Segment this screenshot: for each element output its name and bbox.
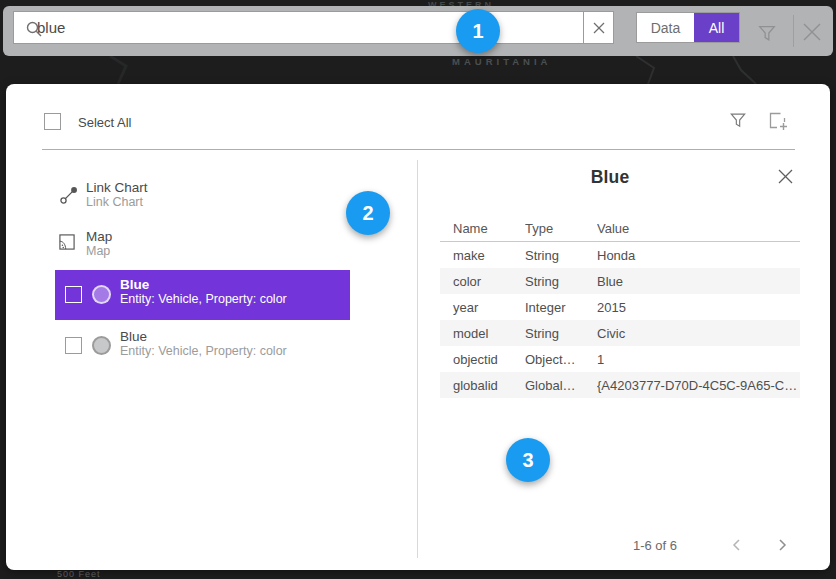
clear-search-button[interactable] [583, 11, 614, 44]
list-item-subtitle: Map [86, 244, 110, 259]
cell-name: make [440, 248, 525, 263]
results-filter-button[interactable] [728, 110, 748, 130]
cell-type: Object… [525, 352, 597, 367]
step-badge-1: 1 [456, 9, 500, 53]
column-header-type: Type [525, 221, 597, 236]
link-chart-icon [58, 184, 80, 206]
step-badge-2: 2 [346, 191, 390, 235]
cell-value: Honda [597, 248, 800, 263]
list-item-title: Link Chart [86, 180, 148, 195]
list-item-title: Blue [120, 329, 147, 344]
list-details-divider [417, 160, 418, 558]
cell-value: 2015 [597, 300, 800, 315]
close-icon [592, 21, 606, 35]
topbar-divider [793, 15, 794, 47]
funnel-icon [756, 22, 778, 44]
screen: WESTERN MAURITANIA 500 Feet blue Data Al… [0, 0, 836, 579]
list-item-subtitle: Entity: Vehicle, Property: color [120, 292, 287, 307]
select-all-checkbox[interactable] [44, 113, 61, 130]
point-symbol-icon [92, 285, 111, 304]
cell-type: String [525, 248, 597, 263]
item-checkbox[interactable] [65, 337, 82, 354]
search-results-panel: Select All Link Chart Link Chart [6, 84, 830, 570]
details-title: Blue [440, 167, 780, 188]
table-row: year Integer 2015 [440, 294, 800, 320]
table-row: objectid Object… 1 [440, 346, 800, 372]
column-header-name: Name [440, 221, 525, 236]
cell-value: {A4203777-D70D-4C5C-9A65-C… [597, 378, 800, 393]
cell-value: 1 [597, 352, 800, 367]
cell-name: objectid [440, 352, 525, 367]
funnel-icon [728, 110, 748, 130]
point-symbol-icon [92, 336, 111, 355]
pagination-prev-button[interactable] [729, 537, 745, 553]
table-row: make String Honda [440, 242, 800, 268]
close-search-button[interactable] [799, 19, 825, 45]
list-item-link-chart[interactable]: Link Chart Link Chart [55, 176, 350, 224]
map-scale-label: 500 Feet [57, 569, 101, 579]
item-checkbox[interactable] [65, 286, 82, 303]
table-header: Name Type Value [440, 215, 800, 242]
scope-all-button[interactable]: All [694, 13, 739, 42]
cell-type: Integer [525, 300, 597, 315]
header-divider [42, 149, 795, 150]
attributes-table: Name Type Value make String Honda color … [440, 215, 800, 398]
select-all-label: Select All [78, 115, 131, 130]
cell-value: Civic [597, 326, 800, 341]
cell-type: String [525, 326, 597, 341]
step-badge-3: 3 [506, 438, 550, 482]
search-scope-toggle: Data All [636, 12, 740, 43]
table-row: model String Civic [440, 320, 800, 346]
table-row: globalid Global… {A4203777-D70D-4C5C-9A6… [440, 372, 800, 398]
scope-data-button[interactable]: Data [637, 13, 694, 42]
pagination-label: 1-6 of 6 [605, 538, 705, 553]
cell-value: Blue [597, 274, 800, 289]
map-label-mauritania: MAURITANIA [452, 56, 551, 67]
chevron-left-icon [729, 537, 745, 553]
table-row: color String Blue [440, 268, 800, 294]
cell-type: Global… [525, 378, 597, 393]
pagination-next-button[interactable] [774, 537, 790, 553]
cell-name: year [440, 300, 525, 315]
list-item-subtitle: Link Chart [86, 195, 143, 210]
close-icon [777, 168, 794, 185]
list-item-title: Map [86, 229, 112, 244]
chevron-right-icon [774, 537, 790, 553]
add-layer-icon [766, 109, 790, 133]
column-header-value: Value [597, 221, 800, 236]
list-item-subtitle: Entity: Vehicle, Property: color [120, 344, 287, 359]
search-bar: blue Data All [3, 6, 833, 56]
details-close-button[interactable] [777, 168, 794, 185]
search-icon [25, 20, 43, 38]
map-icon [57, 232, 77, 252]
cell-name: globalid [440, 378, 525, 393]
cell-type: String [525, 274, 597, 289]
list-item-map[interactable]: Map Map [55, 226, 350, 274]
list-item-blue[interactable]: Blue Entity: Vehicle, Property: color [55, 325, 350, 371]
cell-name: model [440, 326, 525, 341]
cell-name: color [440, 274, 525, 289]
close-icon [799, 19, 825, 45]
list-item-title: Blue [120, 277, 149, 292]
add-to-map-button[interactable] [766, 109, 790, 133]
filter-button[interactable] [756, 22, 778, 44]
list-item-blue-selected[interactable]: Blue Entity: Vehicle, Property: color [55, 270, 350, 320]
